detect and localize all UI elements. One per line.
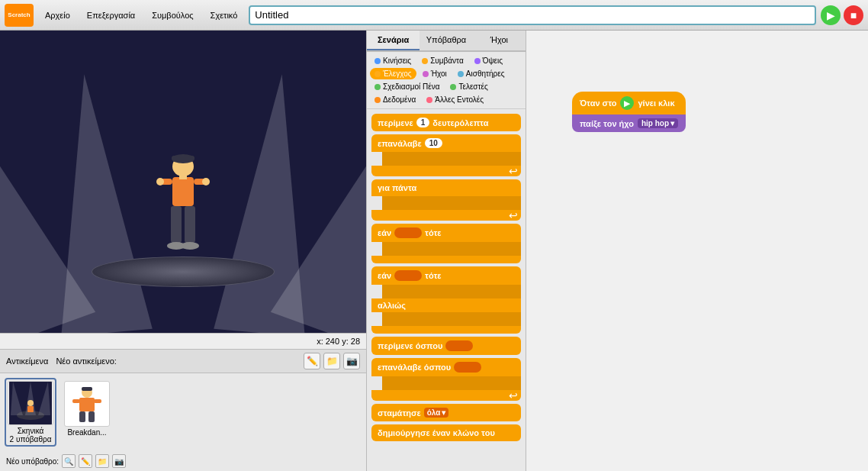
new-sprite-camera-btn[interactable]: 📷 [343, 353, 360, 369]
new-sprite-paint-btn[interactable]: ✏️ [304, 353, 320, 369]
new-backdrop-label: Νέο υπόβαθρο: [6, 457, 59, 466]
block-forever[interactable]: για πάντα [371, 179, 521, 196]
block-ifelse-else: αλλιώς [371, 298, 521, 312]
svg-rect-20 [79, 398, 95, 411]
svg-rect-12 [179, 175, 187, 179]
cat-data[interactable]: Δεδομένα [370, 94, 420, 105]
svg-rect-9 [185, 206, 195, 243]
block-ifelse-inner1 [382, 285, 521, 298]
stage-area: x: 240 y: 28 Αντικείμενα Νέο αντικείμενο… [0, 31, 366, 471]
ws-sound-block[interactable]: παίξε τον ήχο hip hop ▾ [572, 115, 686, 132]
block-repeat-until-condition [454, 362, 481, 373]
svg-rect-16 [27, 406, 34, 412]
ws-event-block[interactable]: Όταν στο ▶ γίνει κλικ [572, 92, 686, 115]
svg-rect-8 [171, 206, 182, 243]
block-if[interactable]: εάν τότε [371, 224, 521, 242]
new-backdrop-paint-btn[interactable]: ✏️ [79, 454, 92, 468]
cat-pen-dot [375, 84, 381, 90]
menu-about[interactable]: Σχετικό [204, 8, 245, 22]
block-wait-input[interactable]: 1 [416, 118, 430, 127]
cat-operators[interactable]: Τελεστές [445, 81, 492, 92]
block-if-inner [382, 242, 521, 256]
block-if-label: εάν [378, 228, 391, 237]
block-repeat-until[interactable]: επανάλαβε όσπου [371, 358, 521, 376]
stage[interactable] [0, 31, 366, 333]
cat-sound[interactable]: Ήχοι [418, 68, 452, 79]
menu-edit[interactable]: Επεξεργασία [80, 8, 142, 22]
block-repeat[interactable]: επανάλαβε 10 [371, 134, 521, 152]
cat-operators-label: Τελεστές [458, 82, 487, 91]
block-repeat-until-label: επανάλαβε όσπου [378, 363, 451, 372]
new-backdrop-search-btn[interactable]: 🔍 [62, 454, 76, 468]
block-stop-dropdown[interactable]: όλα ▾ [424, 408, 449, 418]
svg-rect-3 [172, 177, 194, 206]
svg-rect-22 [94, 399, 101, 403]
new-backdrop-camera-btn[interactable]: 📷 [112, 454, 126, 468]
new-sprite-controls: ✏️ 📁 📷 [304, 353, 360, 369]
block-repeat-inner [382, 152, 521, 166]
cat-sensing-label: Αισθητήρες [466, 69, 505, 78]
block-forever-arrow: ↩ [509, 209, 518, 221]
block-stop-label: σταμάτησε [378, 408, 421, 418]
block-forever-label: για πάντα [378, 183, 416, 192]
block-if-then: τότε [425, 228, 441, 237]
tab-scenarios[interactable]: Σενάρια [367, 31, 420, 50]
cat-sensing-dot [458, 71, 464, 77]
cat-control[interactable]: Έλεγχος [370, 68, 416, 79]
blocks-list: περίμενε 1 δευτερόλεπτα επανάλαβε 10 ↩ γ… [367, 109, 526, 471]
svg-rect-2 [172, 156, 194, 160]
block-repeat-input[interactable]: 10 [425, 138, 442, 148]
sprite-breakdancer-label: Breakdan... [67, 428, 106, 437]
sprite-item-stage[interactable]: Σκηνικά2 υπόβαθρα [5, 378, 56, 447]
block-if-condition [394, 227, 422, 238]
block-ifelse-inner2 [382, 312, 521, 326]
svg-point-7 [202, 178, 210, 185]
run-controls: ▶ ■ [821, 5, 863, 25]
cat-pen[interactable]: Σχεδιασμοί Πένα [370, 81, 444, 92]
project-title-input[interactable] [249, 5, 816, 25]
block-forever-group: για πάντα ↩ [371, 179, 521, 221]
script-area[interactable]: Όταν στο ▶ γίνει κλικ παίξε τον ήχο hip … [526, 31, 868, 471]
svg-rect-21 [72, 399, 80, 403]
new-backdrop-file-btn[interactable]: 📁 [95, 454, 109, 468]
cat-operators-dot [450, 84, 456, 90]
block-forever-inner [382, 196, 521, 210]
svg-point-11 [181, 242, 199, 250]
block-clone-label: δημιούργησε έναν κλώνο του [378, 428, 495, 437]
new-sprite-from-file-btn[interactable]: 📁 [323, 353, 340, 369]
cat-sensing[interactable]: Αισθητήρες [453, 68, 510, 79]
tab-backgrounds[interactable]: Υπόβαθρα [420, 31, 472, 50]
block-repeat-until-inner [382, 376, 521, 390]
sprites-list: Σκηνικά2 υπόβαθρα [0, 373, 366, 451]
block-stop-arrow: ▾ [442, 408, 445, 417]
block-stop[interactable]: σταμάτησε όλα ▾ [371, 404, 521, 421]
new-object-label: Νέο αντικείμενο: [56, 356, 116, 366]
run-button[interactable]: ▶ [821, 5, 841, 25]
block-wait-until[interactable]: περίμενε όσπου [371, 337, 521, 355]
menu-file[interactable]: Αρχείο [38, 8, 77, 22]
block-ifelse[interactable]: εάν τότε [371, 266, 521, 285]
sprite-item-breakdancer[interactable]: Breakdan... [61, 378, 113, 447]
cat-control-dot [375, 71, 381, 77]
svg-point-6 [156, 178, 164, 185]
tab-sounds[interactable]: Ήχοι [473, 31, 526, 50]
block-ifelse-end [371, 326, 521, 334]
cat-data-dot [375, 97, 381, 103]
workspace-block-group: Όταν στο ▶ γίνει κλικ παίξε τον ήχο hip … [572, 92, 686, 132]
app-logo: Scratch [5, 4, 34, 27]
menu-advisor[interactable]: Συμβούλος [145, 8, 200, 22]
block-wait[interactable]: περίμενε 1 δευτερόλεπτα [371, 114, 521, 131]
ws-sound-dropdown[interactable]: hip hop ▾ [638, 118, 678, 128]
block-clone[interactable]: δημιούργησε έναν κλώνο του [371, 424, 521, 441]
ws-event-text: Όταν στο [580, 98, 616, 108]
stage-coordinates: x: 240 y: 28 [0, 333, 366, 349]
cat-events[interactable]: Συμβάντα [417, 55, 468, 66]
cat-looks[interactable]: Όψεις [470, 55, 507, 66]
cat-motion[interactable]: Κινήσεις [370, 55, 416, 66]
svg-rect-24 [88, 411, 95, 422]
cat-moreblocks[interactable]: Άλλες Εντολές [422, 94, 488, 105]
cat-looks-label: Όψεις [483, 56, 503, 65]
ws-event-suffix: γίνει κλικ [638, 98, 674, 108]
stop-button[interactable]: ■ [844, 5, 863, 25]
block-repeat-until-end: ↩ [371, 390, 521, 401]
